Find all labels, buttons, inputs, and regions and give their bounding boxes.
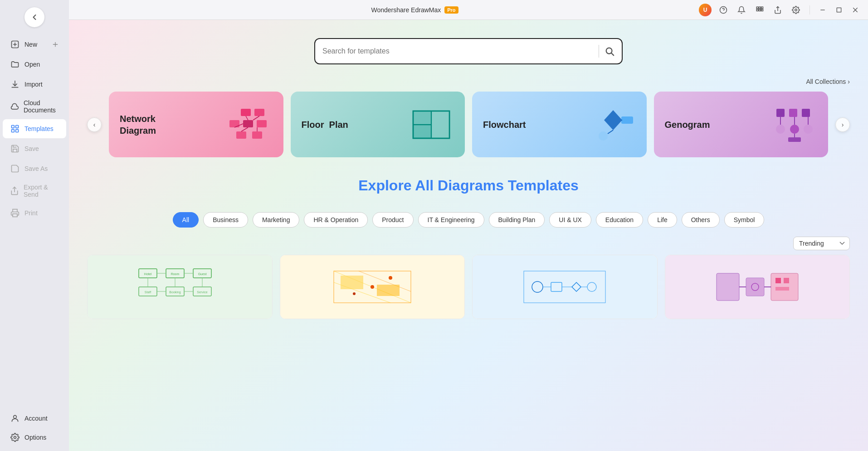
filter-tags: All Business Marketing HR & Operation Pr…: [69, 203, 868, 232]
search-divider: [599, 45, 599, 58]
filter-tag-all[interactable]: All: [173, 212, 199, 228]
filter-tag-hr[interactable]: HR & Operation: [304, 212, 368, 228]
svg-rect-2: [16, 126, 19, 128]
filter-tag-ui[interactable]: UI & UX: [549, 212, 591, 228]
filter-tag-symbol[interactable]: Symbol: [724, 212, 765, 228]
user-icon: [10, 413, 20, 423]
sidebar-item-print[interactable]: Print: [3, 204, 66, 223]
card-title-network: NetworkDiagram: [120, 113, 156, 136]
svg-rect-40: [414, 112, 431, 124]
restore-button[interactable]: [834, 5, 844, 15]
carousel-card-network[interactable]: NetworkDiagram: [109, 92, 283, 157]
minimize-button[interactable]: [817, 5, 828, 15]
filter-tag-product[interactable]: Product: [372, 212, 413, 228]
export-icon: [10, 186, 19, 196]
svg-point-84: [371, 285, 374, 289]
sidebar-item-save[interactable]: Save: [3, 139, 66, 158]
sidebar-item-templates[interactable]: Templates: [3, 119, 66, 138]
svg-rect-28: [243, 120, 253, 127]
sort-select[interactable]: Trending Newest Most Popular: [793, 237, 850, 250]
svg-rect-82: [341, 276, 363, 289]
carousel-next-button[interactable]: ›: [835, 117, 850, 132]
svg-rect-41: [432, 112, 449, 138]
close-button[interactable]: [850, 5, 861, 15]
template-card-3[interactable]: [472, 255, 658, 319]
svg-rect-31: [252, 131, 262, 139]
svg-rect-20: [837, 8, 841, 12]
sidebar-import-label: Import: [24, 81, 43, 88]
svg-rect-1: [12, 126, 15, 128]
template-card-er-hotel[interactable]: Hotel Room Guest Staff Booking Service: [87, 255, 273, 319]
filter-tag-business[interactable]: Business: [203, 212, 248, 228]
sidebar-item-export[interactable]: Export & Send: [3, 179, 66, 203]
apps-icon[interactable]: [753, 4, 766, 16]
search-input[interactable]: [322, 47, 593, 55]
filter-tag-building[interactable]: Building Plan: [489, 212, 545, 228]
template-card-2[interactable]: [280, 255, 465, 319]
carousel-card-flowchart[interactable]: Flowchart: [472, 92, 647, 157]
filter-tag-others[interactable]: Others: [682, 212, 720, 228]
sidebar-item-options[interactable]: Options: [3, 428, 66, 447]
svg-rect-27: [229, 120, 239, 127]
sidebar-print-label: Print: [24, 209, 38, 217]
sidebar-options-label: Options: [24, 434, 46, 441]
svg-point-88: [532, 281, 543, 292]
bell-icon[interactable]: [735, 4, 748, 16]
sidebar-saveas-label: Save As: [24, 165, 48, 172]
sidebar-item-open[interactable]: Open: [3, 55, 66, 74]
svg-rect-3: [12, 130, 15, 132]
svg-rect-83: [377, 285, 400, 296]
floor-plan-icon: [409, 102, 454, 147]
carousel-section: ‹ NetworkDiagram: [69, 90, 868, 159]
all-collections-link[interactable]: All Collections ›: [806, 78, 850, 85]
sidebar-item-account[interactable]: Account: [3, 409, 66, 427]
sort-bar: Trending Newest Most Popular: [69, 232, 868, 255]
svg-line-35: [241, 127, 248, 131]
carousel-card-floorplan[interactable]: Floor Plan: [291, 92, 465, 157]
avatar: U: [699, 4, 712, 16]
card-title-floorplan: Floor Plan: [302, 119, 348, 131]
search-icon: [605, 46, 614, 56]
back-button[interactable]: [24, 7, 44, 27]
sidebar-item-import[interactable]: Import: [3, 75, 66, 94]
svg-rect-42: [414, 125, 431, 138]
network-diagram-icon: [227, 102, 273, 147]
svg-rect-13: [761, 7, 763, 9]
carousel-prev-button[interactable]: ‹: [87, 117, 102, 132]
filter-tag-marketing[interactable]: Marketing: [253, 212, 299, 228]
filter-tag-it[interactable]: IT & Engineering: [418, 212, 484, 228]
sidebar-item-cloud[interactable]: Cloud Documents: [3, 95, 66, 118]
svg-point-18: [795, 9, 797, 11]
sidebar: New Open Import Cloud Documents: [0, 0, 69, 451]
filter-tag-life[interactable]: Life: [648, 212, 677, 228]
svg-point-86: [353, 292, 356, 295]
template-card-4[interactable]: [665, 255, 850, 319]
svg-rect-100: [775, 287, 789, 291]
svg-marker-90: [572, 282, 581, 291]
share-icon[interactable]: [771, 4, 784, 16]
template-thumb-4: [665, 255, 850, 319]
sidebar-item-new[interactable]: New: [3, 35, 66, 54]
search-button[interactable]: [605, 46, 614, 56]
sidebar-open-label: Open: [24, 61, 40, 68]
sidebar-item-saveas[interactable]: Save As: [3, 159, 66, 178]
svg-rect-98: [775, 278, 781, 283]
genogram-icon: [772, 102, 817, 147]
filter-tag-education[interactable]: Education: [596, 212, 643, 228]
svg-rect-25: [241, 109, 251, 116]
svg-rect-48: [776, 109, 785, 117]
carousel-card-genogram[interactable]: Genogram: [654, 92, 829, 157]
gear-icon: [10, 432, 20, 442]
svg-rect-16: [761, 9, 763, 11]
svg-point-45: [599, 131, 608, 141]
template-thumb-1: Hotel Room Guest Staff Booking Service: [88, 255, 272, 319]
svg-point-53: [804, 125, 813, 134]
svg-rect-96: [746, 278, 764, 296]
sidebar-save-label: Save: [24, 145, 39, 152]
svg-rect-15: [759, 9, 761, 11]
settings-icon[interactable]: [790, 4, 802, 16]
sidebar-export-label: Export & Send: [24, 184, 59, 198]
help-icon[interactable]: [717, 4, 730, 16]
app-title: Wondershare EdrawMax: [371, 6, 441, 14]
svg-text:Service: Service: [197, 291, 208, 294]
